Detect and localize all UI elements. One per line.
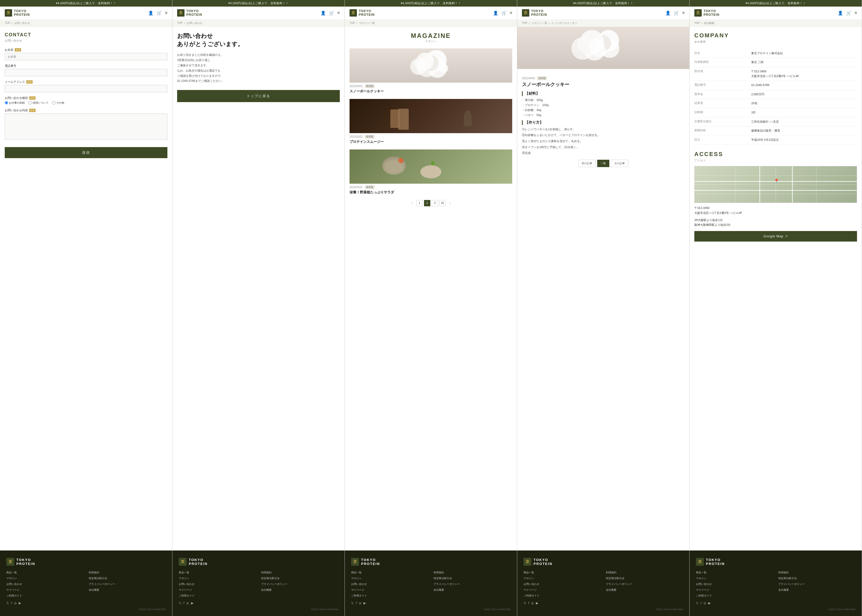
- footer-link-products-1[interactable]: 商品一覧: [6, 571, 83, 574]
- user-icon-2[interactable]: 👤: [321, 11, 326, 16]
- footer-link-mypage-5[interactable]: マイページ: [696, 588, 773, 592]
- footer-link-privacy-1[interactable]: プライバシーポリシー: [89, 582, 166, 586]
- youtube-icon-5[interactable]: ▶: [708, 601, 711, 605]
- footer-link-products-4[interactable]: 商品一覧: [524, 571, 601, 574]
- cart-icon-2[interactable]: 🛒: [329, 11, 334, 16]
- page-1[interactable]: 1: [416, 200, 423, 206]
- radio-other[interactable]: その他: [52, 101, 64, 105]
- footer-link-terms-4[interactable]: 利用規約: [606, 571, 683, 574]
- article-card-3[interactable]: 2022/02/01 保存版 栄養！野菜植たっぷりサラダ: [349, 149, 512, 195]
- footer-link-company-1[interactable]: 会社概要: [89, 588, 166, 592]
- cart-icon-3[interactable]: 🛒: [502, 11, 507, 16]
- user-icon-3[interactable]: 👤: [493, 11, 498, 16]
- footer-link-mypage-2[interactable]: マイページ: [179, 588, 256, 592]
- logo-2[interactable]: 京 TOKYO PROTEIN: [177, 9, 202, 17]
- user-icon-4[interactable]: 👤: [665, 11, 671, 16]
- cart-icon-4[interactable]: 🛒: [674, 11, 679, 16]
- footer-link-mypage-4[interactable]: マイページ: [524, 588, 601, 592]
- footer-link-terms-3[interactable]: 利用規約: [434, 571, 511, 574]
- youtube-icon-2[interactable]: ▶: [191, 601, 193, 605]
- menu-icon-2[interactable]: ≡: [337, 11, 340, 15]
- prev-article-btn[interactable]: 前の記事: [578, 160, 596, 167]
- message-textarea[interactable]: [5, 113, 167, 140]
- footer-link-privacy-5[interactable]: プライバシーポリシー: [778, 582, 856, 586]
- footer-link-terms-1[interactable]: 利用規約: [89, 571, 166, 574]
- footer-link-products-5[interactable]: 商品一覧: [696, 571, 773, 574]
- twitter-icon-3[interactable]: 𝕏: [351, 601, 354, 605]
- article-card-2[interactable]: 2022/03/01 保存版 プロテインスムージー: [349, 99, 512, 144]
- page-2[interactable]: 2: [424, 200, 430, 206]
- facebook-icon-1[interactable]: f: [11, 601, 12, 605]
- footer-link-terms-2[interactable]: 利用規約: [261, 571, 338, 574]
- twitter-icon-1[interactable]: 𝕏: [6, 601, 9, 605]
- footer-link-contact-1[interactable]: お問い合わせ: [6, 582, 83, 586]
- back-top-button[interactable]: トップに戻る: [177, 90, 340, 102]
- footer-link-guide-3[interactable]: ご利用ガイド: [351, 594, 428, 597]
- email-input[interactable]: [5, 85, 167, 92]
- article-card-1[interactable]: 2022/04/01 保存版 スノーボールクッキー: [349, 49, 512, 94]
- footer-link-law-1[interactable]: 特定商法取引法: [89, 577, 166, 580]
- footer-link-magazine-1[interactable]: マガジン: [6, 577, 83, 580]
- logo-3[interactable]: 京 TOKYO PROTEIN: [349, 9, 374, 17]
- instagram-icon-1[interactable]: ◎: [14, 601, 17, 605]
- footer-link-magazine-4[interactable]: マガジン: [524, 577, 601, 580]
- footer-link-company-2[interactable]: 会社概要: [261, 588, 338, 592]
- page-3[interactable]: 3: [432, 200, 438, 206]
- page-next[interactable]: ›: [447, 200, 453, 206]
- footer-link-guide-1[interactable]: ご利用ガイド: [6, 594, 83, 597]
- menu-icon-3[interactable]: ≡: [510, 11, 512, 15]
- facebook-icon-3[interactable]: f: [356, 601, 357, 605]
- user-icon-5[interactable]: 👤: [838, 11, 843, 16]
- footer-link-contact-3[interactable]: お問い合わせ: [351, 582, 428, 586]
- footer-link-guide-4[interactable]: ご利用ガイド: [524, 594, 601, 597]
- footer-link-company-3[interactable]: 会社概要: [434, 588, 511, 592]
- footer-link-company-5[interactable]: 会社概要: [778, 588, 856, 592]
- footer-link-law-5[interactable]: 特定商法取引法: [778, 577, 856, 580]
- cart-icon-1[interactable]: 🛒: [157, 11, 162, 16]
- name-input[interactable]: [5, 53, 167, 60]
- footer-link-contact-2[interactable]: お問い合わせ: [179, 582, 256, 586]
- instagram-icon-2[interactable]: ◎: [186, 601, 189, 605]
- footer-link-law-2[interactable]: 特定商法取引法: [261, 577, 338, 580]
- radio-work[interactable]: お仕事の依頼: [5, 101, 25, 105]
- footer-link-mypage-3[interactable]: マイページ: [351, 588, 428, 592]
- footer-link-terms-5[interactable]: 利用規約: [778, 571, 856, 574]
- submit-button[interactable]: 送信: [5, 147, 167, 158]
- instagram-icon-3[interactable]: ◎: [359, 601, 362, 605]
- footer-link-products-2[interactable]: 商品一覧: [179, 571, 256, 574]
- footer-link-privacy-2[interactable]: プライバシーポリシー: [261, 582, 338, 586]
- next-article-btn[interactable]: 次の記事: [611, 160, 628, 167]
- user-icon-1[interactable]: 👤: [148, 11, 153, 16]
- footer-link-law-3[interactable]: 特定商法取引法: [434, 577, 511, 580]
- twitter-icon-5[interactable]: 𝕏: [696, 601, 698, 605]
- facebook-icon-4[interactable]: f: [528, 601, 529, 605]
- list-btn[interactable]: 一覧: [597, 160, 609, 167]
- logo-4[interactable]: 京 TOKYO PROTEIN: [522, 9, 547, 17]
- logo-5[interactable]: 京 TOKYO PROTEIN: [694, 9, 719, 17]
- footer-link-magazine-3[interactable]: マガジン: [351, 577, 428, 580]
- footer-link-contact-5[interactable]: お問い合わせ: [696, 582, 773, 586]
- menu-icon-1[interactable]: ≡: [165, 11, 167, 15]
- page-10[interactable]: 10: [439, 200, 446, 206]
- youtube-icon-4[interactable]: ▶: [536, 601, 538, 605]
- footer-link-privacy-4[interactable]: プライバシーポリシー: [606, 582, 683, 586]
- footer-link-magazine-5[interactable]: マガジン: [696, 577, 773, 580]
- footer-link-magazine-2[interactable]: マガジン: [179, 577, 256, 580]
- footer-link-law-4[interactable]: 特定商法取引法: [606, 577, 683, 580]
- facebook-icon-5[interactable]: f: [701, 601, 702, 605]
- cart-icon-5[interactable]: 🛒: [846, 11, 851, 16]
- menu-icon-5[interactable]: ≡: [855, 11, 857, 15]
- footer-link-company-4[interactable]: 会社概要: [606, 588, 683, 592]
- instagram-icon-5[interactable]: ◎: [703, 601, 706, 605]
- instagram-icon-4[interactable]: ◎: [531, 601, 534, 605]
- footer-link-contact-4[interactable]: お問い合わせ: [524, 582, 601, 586]
- menu-icon-4[interactable]: ≡: [682, 11, 684, 15]
- twitter-icon-4[interactable]: 𝕏: [524, 601, 526, 605]
- google-map-button[interactable]: Google Map ↗: [694, 231, 857, 242]
- page-prev[interactable]: ‹: [409, 200, 415, 206]
- youtube-icon-1[interactable]: ▶: [19, 601, 21, 605]
- radio-recruit[interactable]: 採用について: [28, 101, 49, 105]
- footer-link-guide-5[interactable]: ご利用ガイド: [696, 594, 773, 597]
- facebook-icon-2[interactable]: f: [184, 601, 184, 605]
- phone-input[interactable]: [5, 69, 167, 76]
